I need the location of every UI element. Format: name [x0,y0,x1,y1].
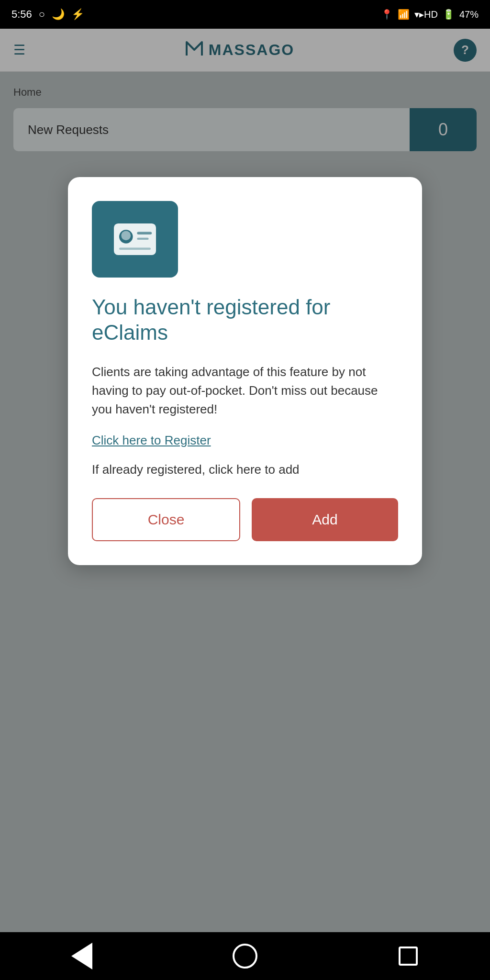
dialog-body: Clients are taking advantage of this fea… [92,363,398,419]
svg-point-2 [121,231,131,240]
svg-rect-4 [137,238,148,240]
dialog-buttons: Close Add [92,498,398,541]
status-time: 5:56 [11,8,32,21]
back-icon [71,943,92,969]
svg-rect-3 [137,232,152,235]
wifi-icon: ▾▸HD [414,9,438,20]
battery-percent: 47% [459,9,479,20]
add-button[interactable]: Add [252,498,398,541]
moon-icon: 🌙 [52,8,65,21]
already-registered-text: If already registered, click here to add [92,462,398,477]
battery-icon: 🔋 [443,9,455,20]
id-card-icon [109,213,161,266]
back-button[interactable] [67,942,96,970]
location-icon: 📍 [381,9,393,20]
home-button[interactable] [231,942,259,970]
bottom-nav-bar [0,932,490,980]
eclaims-icon-box [92,201,178,278]
circle-icon: ○ [39,8,45,21]
home-icon [233,944,257,969]
signal-icon: 📶 [398,9,410,20]
close-button[interactable]: Close [92,498,240,541]
recents-icon [399,947,418,966]
recents-button[interactable] [394,942,423,970]
status-bar: 5:56 ○ 🌙 ⚡ 📍 📶 ▾▸HD 🔋 47% [0,0,490,29]
status-left: 5:56 ○ 🌙 ⚡ [11,8,84,21]
dialog-title: You haven't registered for eClaims [92,295,398,345]
flash-icon: ⚡ [71,8,84,21]
register-link[interactable]: Click here to Register [92,433,211,448]
eclaims-dialog: You haven't registered for eClaims Clien… [68,177,422,565]
status-right: 📍 📶 ▾▸HD 🔋 47% [381,9,479,20]
svg-rect-5 [119,248,151,250]
